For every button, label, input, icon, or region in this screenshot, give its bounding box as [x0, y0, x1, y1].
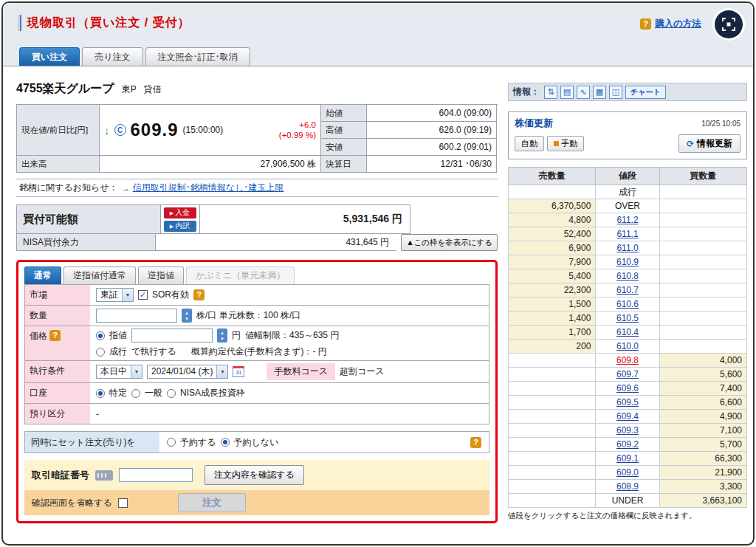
- skip-confirm-checkbox[interactable]: [118, 498, 128, 508]
- notice-link[interactable]: 信用取引規制･銘柄情報なし･建玉上限: [133, 182, 284, 194]
- line-chart-icon[interactable]: ∿: [577, 86, 590, 99]
- refresh-info-button[interactable]: ⟳情報更新: [678, 134, 740, 153]
- price-cell[interactable]: 611.0: [596, 241, 659, 255]
- order-book-row: 609.75,600: [509, 368, 747, 382]
- price-cell[interactable]: 608.9: [596, 480, 659, 494]
- limit-price-radio[interactable]: [96, 331, 105, 340]
- sor-help-icon[interactable]: ?: [193, 289, 205, 300]
- price-cell[interactable]: 610.7: [596, 283, 659, 297]
- sor-checkbox[interactable]: ✓: [138, 290, 148, 300]
- limit-price-input[interactable]: [131, 328, 213, 343]
- price-cell[interactable]: 611.2: [596, 213, 659, 227]
- quantity-stepper[interactable]: ▲▼: [182, 309, 192, 323]
- price-cell: UNDER: [596, 494, 659, 508]
- market-select-value: 東証: [97, 289, 122, 301]
- confirm-order-button[interactable]: 注文内容を確認する: [205, 465, 304, 485]
- price-update-box: 株価更新 10/25 10:05 自動 手動 ⟳情報更新: [508, 111, 747, 159]
- reserve-no-label: 予約しない: [234, 436, 279, 449]
- close-flag-icon: C: [114, 124, 126, 136]
- condition-select[interactable]: 本日中 ▼: [96, 365, 142, 379]
- price-cell[interactable]: 609.6: [596, 382, 659, 396]
- quantity-input[interactable]: [96, 309, 177, 323]
- change-percent: (+0.99 %): [279, 131, 316, 140]
- sell-qty-cell: 1,700: [509, 326, 596, 340]
- order-book-body: 成行6,370,500OVER4,800611.252,400611.16,90…: [509, 185, 747, 508]
- tab-sell-order[interactable]: 売り注文: [82, 47, 142, 66]
- deposit-button[interactable]: 入金: [164, 207, 196, 219]
- tab-normal-order[interactable]: 通常: [24, 266, 61, 284]
- account-nisa-radio[interactable]: [167, 389, 176, 398]
- account-ippan-radio[interactable]: [131, 389, 140, 398]
- how-to-buy-link[interactable]: 購入の方法: [655, 18, 701, 30]
- price-cell[interactable]: 610.0: [596, 340, 659, 354]
- tab-stop-with-normal[interactable]: 逆指値付通常: [63, 266, 136, 284]
- deposit-type-row: 預り区分 -: [25, 404, 489, 424]
- deposit-type-label: 預り区分: [25, 404, 90, 424]
- pin-input[interactable]: [119, 468, 193, 482]
- market-select[interactable]: 東証 ▼: [96, 288, 134, 302]
- price-cell[interactable]: 609.5: [596, 396, 659, 410]
- sell-qty-cell: 6,900: [509, 241, 596, 255]
- price-cell[interactable]: 609.8: [596, 354, 659, 368]
- order-book-row: 5,400610.8: [509, 269, 747, 283]
- down-arrow-icon: ↓: [104, 124, 110, 137]
- sort-icon[interactable]: ⇅: [544, 86, 557, 99]
- price-help-icon[interactable]: ?: [49, 330, 61, 341]
- buy-qty-cell: 66,300: [659, 452, 746, 466]
- tab-buy-order[interactable]: 買い注文: [19, 47, 80, 66]
- price-cell[interactable]: 610.4: [596, 326, 659, 340]
- calendar-icon[interactable]: 31: [233, 366, 244, 377]
- condition-label: 執行条件: [25, 361, 90, 382]
- quote-table: 現在値/前日比[円] ↓ C 609.9 (15:00:00) +6.0 (+0…: [16, 104, 498, 173]
- market-price-radio[interactable]: [96, 348, 105, 357]
- order-book-row: 4,800611.2: [509, 213, 747, 227]
- sell-qty-cell: [509, 368, 596, 382]
- manual-update-button[interactable]: 手動: [547, 136, 584, 151]
- date-select[interactable]: 2024/01/04 (木) ▼: [147, 365, 228, 379]
- price-cell[interactable]: 609.4: [596, 410, 659, 424]
- quantity-row: 数量 ▲▼ 株/口 単元株数：100 株/口: [25, 306, 489, 326]
- tab-order-inquiry[interactable]: 注文照会･訂正･取消: [145, 47, 250, 66]
- sell-qty-cell: [509, 452, 596, 466]
- order-book-row: 609.67,400: [509, 382, 747, 396]
- price-cell[interactable]: 610.8: [596, 269, 659, 283]
- left-column: 4755楽天グループ 東P 貸借 現在値/前日比[円] ↓ C 609.9 (1…: [16, 77, 498, 523]
- skip-confirm-row: 確認画面を省略する 注文: [24, 490, 489, 515]
- current-price: 609.9: [131, 120, 179, 140]
- price-cell[interactable]: 609.7: [596, 368, 659, 382]
- price-row: 価格 ? 指値 ▲▼ 円 値幅制限：435～635 円: [25, 326, 489, 361]
- account-tokutei-radio[interactable]: [96, 389, 105, 398]
- market-price-line: 成行 で執行する 概算約定代金(手数料含まず)：- 円: [96, 345, 327, 358]
- price-header: 値段: [596, 168, 659, 185]
- price-cell[interactable]: 610.9: [596, 255, 659, 269]
- chart-button[interactable]: チャート: [625, 86, 666, 99]
- bar-chart-icon[interactable]: ▦: [593, 86, 606, 99]
- order-form-table: 市場 東証 ▼ ✓ SOR有効 ? 数量 ▲▼: [24, 284, 489, 424]
- price-stepper[interactable]: ▲▼: [217, 328, 227, 343]
- price-cell: OVER: [596, 199, 659, 213]
- reserve-yes-radio[interactable]: [167, 438, 176, 447]
- submit-order-button[interactable]: 注文: [178, 493, 246, 512]
- price-cell[interactable]: 609.3: [596, 424, 659, 438]
- tab-stop-order[interactable]: 逆指値: [138, 266, 184, 284]
- price-cell[interactable]: 609.0: [596, 466, 659, 480]
- price-cell[interactable]: 611.1: [596, 227, 659, 241]
- sell-qty-cell: 4,800: [509, 213, 596, 227]
- trading-page: 現物取引（買い注文 / 受付） ? 購入の方法 買い注文 売り注文 注文照会･訂…: [1, 1, 755, 546]
- hide-panel-button[interactable]: ▲この枠を非表示にする: [401, 234, 498, 251]
- breakdown-button[interactable]: 内訳: [164, 221, 196, 232]
- screen-capture-icon[interactable]: [715, 10, 743, 38]
- news-icon[interactable]: ▤: [560, 86, 574, 99]
- account-content: 特定 一般 NISA成長投資枠: [90, 383, 489, 403]
- help-question-icon[interactable]: ?: [640, 18, 651, 30]
- price-cell[interactable]: 609.2: [596, 438, 659, 452]
- reserve-no-radio[interactable]: [221, 438, 230, 447]
- order-book-row: 609.166,300: [509, 452, 747, 466]
- buy-qty-cell: [659, 340, 746, 354]
- auto-update-button[interactable]: 自動: [515, 136, 544, 151]
- set-order-help-icon[interactable]: ?: [470, 437, 481, 448]
- price-cell[interactable]: 610.5: [596, 312, 659, 326]
- price-cell[interactable]: 609.1: [596, 452, 659, 466]
- company-info-icon[interactable]: ◫: [609, 86, 622, 99]
- price-cell[interactable]: 610.6: [596, 297, 659, 312]
